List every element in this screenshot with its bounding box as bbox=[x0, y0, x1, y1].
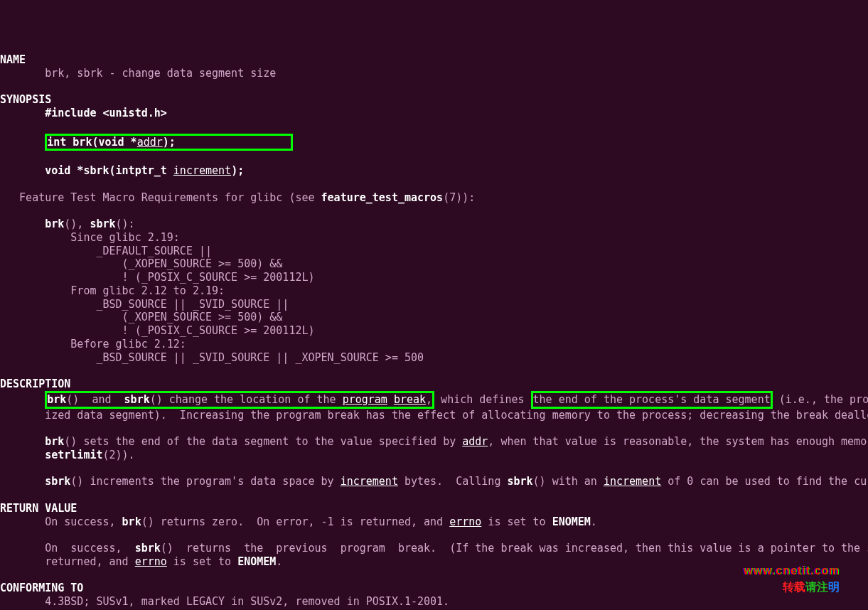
highlight-box-brk-signature: int brk(void *addr); bbox=[45, 134, 293, 151]
section-description-header: DESCRIPTION bbox=[0, 378, 70, 390]
watermark-url: www.cnetit.com bbox=[744, 564, 840, 578]
section-conforming-header: CONFORMING TO bbox=[0, 582, 83, 594]
section-name-header: NAME bbox=[0, 53, 26, 66]
include-line: #include <unistd.h> bbox=[45, 107, 167, 119]
name-line: brk, sbrk - change data segment size bbox=[0, 67, 276, 80]
section-return-value-header: RETURN VALUE bbox=[0, 502, 77, 515]
manpage: NAME brk, sbrk - change data segment siz… bbox=[0, 53, 868, 610]
highlight-box-desc2: the end of the process's data segment bbox=[531, 391, 773, 409]
highlight-box-desc1: brk() and sbrk() change the location of … bbox=[45, 391, 434, 409]
section-synopsis-header: SYNOPSIS bbox=[0, 93, 51, 106]
watermark-text: 转载请注明 bbox=[783, 580, 840, 594]
